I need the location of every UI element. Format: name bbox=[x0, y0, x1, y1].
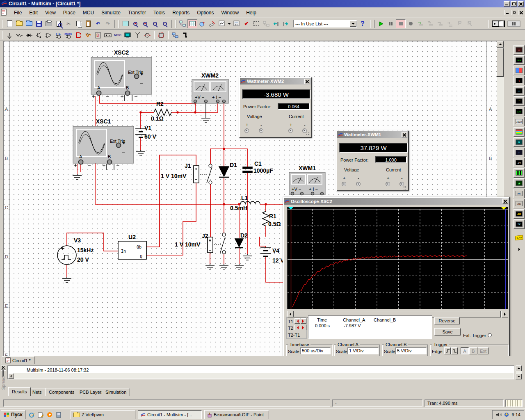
tab-simulation[interactable]: Simulation bbox=[102, 388, 130, 396]
help-icon[interactable]: ? bbox=[357, 19, 368, 28]
volume-icon[interactable] bbox=[496, 412, 502, 417]
print-icon[interactable] bbox=[44, 19, 54, 28]
scroll-up-icon[interactable] bbox=[497, 41, 504, 48]
task-folder[interactable]: Z:\del\pwm bbox=[71, 410, 135, 419]
resize-grip[interactable] bbox=[306, 132, 310, 136]
resize-grip[interactable] bbox=[403, 185, 407, 189]
cursor1-marker-icon[interactable] bbox=[288, 207, 293, 212]
place-indicator-icon[interactable]: 8 bbox=[93, 31, 103, 40]
place-mcu-icon[interactable] bbox=[156, 31, 166, 40]
bode-plotter-icon[interactable]: ⌒ bbox=[514, 96, 525, 106]
function-generator-icon[interactable]: ∿∿ bbox=[514, 55, 525, 65]
trigger-b-button[interactable]: B bbox=[469, 347, 477, 354]
grapher-dropdown-icon[interactable] bbox=[227, 19, 232, 28]
t1-right-icon[interactable] bbox=[301, 318, 306, 324]
current-plus-terminal[interactable] bbox=[288, 128, 293, 133]
place-diode-icon[interactable] bbox=[24, 31, 34, 40]
t1-left-icon[interactable] bbox=[294, 318, 300, 324]
menu-file[interactable]: File bbox=[10, 8, 25, 17]
child-close-button[interactable] bbox=[518, 10, 524, 15]
tab-results[interactable]: Results bbox=[8, 387, 31, 396]
task-paint[interactable]: Безымянный.GIF - Paint bbox=[204, 410, 269, 419]
place-cmos-icon[interactable]: CMOS bbox=[64, 31, 73, 40]
place-power-icon[interactable] bbox=[103, 31, 113, 40]
document-icon[interactable] bbox=[1, 9, 7, 17]
iv-analyzer-icon[interactable]: ⌐ bbox=[514, 148, 525, 157]
pause-icon[interactable] bbox=[386, 19, 396, 28]
device-icon[interactable] bbox=[55, 411, 62, 418]
agilent-function-generator-icon[interactable]: AG bbox=[514, 189, 525, 198]
oscilloscope-xsc2-component[interactable] bbox=[91, 57, 152, 98]
place-transistor-icon[interactable] bbox=[34, 31, 44, 40]
close-icon[interactable] bbox=[502, 199, 508, 204]
print-preview-icon[interactable] bbox=[54, 19, 64, 28]
close-icon[interactable] bbox=[402, 132, 407, 137]
new-icon[interactable] bbox=[5, 19, 14, 28]
component-wizard-icon[interactable] bbox=[207, 19, 217, 28]
t2-left-icon[interactable] bbox=[294, 325, 300, 330]
scroll-up-icon[interactable] bbox=[516, 365, 522, 371]
zoom-out-icon[interactable]: − bbox=[140, 19, 150, 28]
place-rf-icon[interactable] bbox=[132, 31, 142, 40]
open-icon[interactable] bbox=[14, 19, 24, 28]
ie-icon[interactable] bbox=[28, 411, 35, 418]
oscilloscope-xsc1-component[interactable] bbox=[73, 126, 134, 167]
cursor2-marker-icon[interactable] bbox=[501, 207, 506, 212]
close-icon[interactable] bbox=[304, 79, 310, 84]
current-plus-terminal[interactable] bbox=[386, 182, 390, 186]
step-over-icon[interactable] bbox=[425, 19, 435, 28]
forward-annotate-icon[interactable] bbox=[281, 19, 291, 28]
rising-edge-icon[interactable] bbox=[444, 347, 451, 354]
zoom-in-icon[interactable]: + bbox=[130, 19, 140, 28]
expand-spreadsheet-icon[interactable] bbox=[1, 370, 6, 375]
grapher-icon[interactable] bbox=[217, 19, 227, 28]
wattmeter-xwm2-dialog[interactable]: Wattmeter-XWM2 -3.680 W Power Factor: 0.… bbox=[239, 77, 312, 138]
distortion-analyzer-icon[interactable]: .04 bbox=[514, 158, 525, 167]
wattmeter-icon[interactable] bbox=[514, 66, 525, 75]
save-icon[interactable] bbox=[34, 19, 44, 28]
menu-help[interactable]: Help bbox=[242, 8, 260, 17]
voltage-minus-terminal[interactable] bbox=[356, 182, 361, 186]
channel-a-scale-field[interactable]: 1 V/Div bbox=[347, 347, 379, 354]
menu-place[interactable]: Place bbox=[59, 8, 79, 17]
measurement-probe-icon[interactable]: 1.4v bbox=[514, 233, 525, 242]
menu-window[interactable]: Window bbox=[218, 8, 243, 17]
paste-icon[interactable] bbox=[83, 19, 93, 28]
close-button[interactable] bbox=[518, 1, 524, 7]
maximize-button[interactable] bbox=[511, 1, 517, 7]
zoom-area-icon[interactable]: ▫ bbox=[150, 19, 160, 28]
place-peripheral-icon[interactable] bbox=[123, 31, 132, 40]
clock[interactable]: 9:14 bbox=[512, 412, 520, 417]
t2-right-icon[interactable] bbox=[301, 325, 306, 330]
agilent-oscilloscope-icon[interactable]: AG bbox=[514, 209, 525, 219]
wattmeter-xwm1-component[interactable] bbox=[289, 172, 325, 195]
step-out-icon[interactable] bbox=[435, 19, 445, 28]
child-restore-button[interactable] bbox=[511, 10, 517, 15]
desktop-icon[interactable] bbox=[37, 411, 44, 418]
voltage-plus-terminal[interactable] bbox=[342, 182, 346, 186]
place-hierarchical-icon[interactable] bbox=[170, 31, 180, 40]
menu-simulate[interactable]: Simulate bbox=[98, 8, 124, 17]
menu-options[interactable]: Options bbox=[193, 8, 217, 17]
scroll-right-icon[interactable] bbox=[502, 311, 508, 317]
start-button[interactable]: Пуск bbox=[1, 410, 25, 419]
voltage-plus-terminal[interactable] bbox=[244, 128, 249, 133]
reverse-button[interactable]: Reverse bbox=[434, 317, 460, 324]
wattmeter-xwm2-titlebar[interactable]: Wattmeter-XWM2 bbox=[240, 78, 311, 84]
menu-reports[interactable]: Reports bbox=[169, 8, 193, 17]
place-bus-icon[interactable] bbox=[180, 31, 190, 40]
back-annotate-icon[interactable] bbox=[271, 19, 281, 28]
full-screen-icon[interactable] bbox=[121, 19, 130, 28]
record-icon[interactable] bbox=[406, 19, 415, 28]
network-analyzer-icon[interactable]: ◉ bbox=[514, 178, 525, 188]
update-icon[interactable] bbox=[504, 412, 509, 418]
task-multisim[interactable]: Circuit1 - Multisim - [... bbox=[138, 410, 202, 419]
step-into-icon[interactable] bbox=[415, 19, 425, 28]
frequency-counter-icon[interactable]: 123 bbox=[514, 107, 525, 116]
channel-b-scale-field[interactable]: 5 V/Div bbox=[395, 347, 427, 354]
wattmeter-xwm2-component[interactable] bbox=[192, 79, 228, 103]
oscilloscope-icon[interactable]: ∿ bbox=[514, 76, 525, 85]
capture-area-icon[interactable] bbox=[251, 19, 261, 28]
menu-edit[interactable]: Edit bbox=[25, 8, 41, 17]
results-hscrollbar[interactable] bbox=[8, 373, 514, 379]
